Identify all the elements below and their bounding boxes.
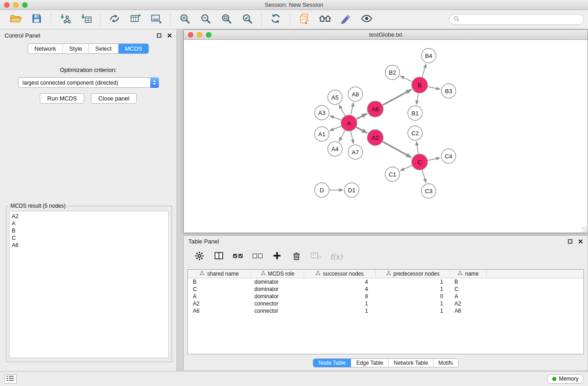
close-panel-icon[interactable]: [167, 33, 172, 38]
table-row[interactable]: Cdominator41C: [188, 286, 583, 293]
tab-edge-table[interactable]: Edge Table: [351, 359, 388, 367]
edge-A-A5[interactable]: [339, 105, 345, 116]
table-cell: 1: [304, 307, 376, 315]
table-toolbar: f(x): [184, 247, 588, 266]
edge-C-C2[interactable]: [416, 142, 418, 154]
node-label-A8: A8: [352, 91, 359, 98]
tab-mcds[interactable]: MCDS: [118, 44, 148, 53]
table-row[interactable]: A2connector11A2: [188, 300, 583, 307]
close-panel-button[interactable]: Close panel: [91, 93, 137, 104]
deselect-all-checkbox-icon: [252, 252, 263, 262]
zoom-selected-button[interactable]: [240, 13, 254, 26]
minimize-window-button[interactable]: [13, 2, 19, 8]
style-marker-icon: [340, 13, 352, 26]
zoom-in-icon: [179, 13, 191, 26]
memory-button[interactable]: Memory: [547, 374, 584, 384]
close-network-window-button[interactable]: [188, 32, 193, 38]
window-controls: [4, 2, 28, 8]
result-item[interactable]: A: [12, 220, 166, 227]
add-row-button[interactable]: [272, 251, 282, 262]
network-window-titlebar[interactable]: testGlobe.txt: [184, 30, 588, 40]
select-all-checkbox-button[interactable]: [233, 251, 244, 262]
refresh-network-button[interactable]: [269, 13, 282, 26]
mcds-result-list[interactable]: A2ABCA6: [9, 211, 169, 358]
column-tree-icon: [200, 271, 205, 277]
new-network-button[interactable]: [108, 13, 121, 26]
control-panel-tabs-row: NetworkStyleSelectMCDS: [0, 43, 177, 54]
tab-node-table[interactable]: Node Table: [313, 359, 351, 367]
edge-C-C1[interactable]: [400, 166, 412, 171]
new-table-button[interactable]: [129, 13, 142, 26]
export-image-button[interactable]: [149, 13, 163, 26]
close-table-panel-icon[interactable]: [578, 239, 583, 244]
settings-gear-button[interactable]: [194, 251, 205, 262]
column-header-shared-name[interactable]: shared name: [188, 270, 251, 278]
column-header-predecessor-nodes[interactable]: predecessor nodes: [376, 270, 450, 278]
edge-C-C3[interactable]: [422, 170, 426, 183]
run-mcds-button[interactable]: Run MCDS: [40, 93, 84, 104]
tab-style[interactable]: Style: [62, 44, 89, 53]
edge-A-A4[interactable]: [339, 130, 345, 141]
zoom-fit-button[interactable]: [220, 13, 233, 26]
table-panel-header: Table Panel: [184, 236, 588, 247]
column-header-MCDS-role[interactable]: MCDS role: [251, 270, 304, 278]
style-marker-button[interactable]: [339, 13, 353, 26]
deselect-all-checkbox-button[interactable]: [252, 251, 263, 262]
show-hide-eye-button[interactable]: [360, 13, 373, 26]
delete-table-button[interactable]: [311, 251, 321, 262]
tab-network-table[interactable]: Network Table: [388, 359, 433, 367]
edge-A-A8[interactable]: [351, 103, 354, 115]
table-row[interactable]: Adominator80A: [188, 293, 583, 300]
window-resize-handle[interactable]: [582, 227, 587, 232]
minimize-network-window-button[interactable]: [197, 32, 202, 38]
import-network-file-button[interactable]: [58, 13, 72, 26]
fullscreen-window-button[interactable]: [22, 2, 28, 8]
show-panels-button[interactable]: [4, 374, 17, 384]
close-window-button[interactable]: [4, 2, 10, 8]
search-input[interactable]: [462, 16, 579, 23]
delete-row-button[interactable]: [291, 251, 302, 262]
column-chooser-button[interactable]: [213, 251, 224, 262]
result-item[interactable]: A6: [12, 242, 166, 249]
search-box[interactable]: [449, 14, 584, 25]
new-network-icon: [109, 13, 120, 26]
optimization-dropdown[interactable]: largest connected component (directed): [18, 77, 159, 88]
float-panel-icon[interactable]: [157, 33, 162, 38]
edge-B-B3[interactable]: [428, 87, 440, 90]
tab-network[interactable]: Network: [28, 44, 62, 53]
zoom-in-button[interactable]: [178, 13, 191, 26]
edge-A-A2[interactable]: [356, 127, 367, 133]
edge-B-B2[interactable]: [400, 76, 412, 81]
save-session-button[interactable]: [30, 13, 43, 26]
result-item[interactable]: A2: [12, 213, 166, 220]
open-session-button[interactable]: [9, 13, 23, 26]
edge-B-B4[interactable]: [422, 64, 426, 77]
column-header-successor-nodes[interactable]: successor nodes: [304, 270, 376, 278]
edge-A6-B[interactable]: [382, 90, 411, 105]
import-table-file-button[interactable]: [79, 13, 93, 26]
copy-page-button[interactable]: [297, 13, 311, 26]
edge-A-A7[interactable]: [351, 131, 354, 143]
edge-A-A1[interactable]: [330, 126, 341, 131]
result-item[interactable]: B: [12, 227, 166, 234]
float-table-panel-icon[interactable]: [568, 239, 573, 244]
column-header-name[interactable]: name: [450, 270, 487, 278]
mcds-buttons-row: Run MCDS Close panel: [0, 93, 177, 104]
table-row[interactable]: Bdominator41B: [188, 278, 583, 286]
control-panel-header: Control Panel: [0, 29, 177, 41]
edge-A-A6[interactable]: [356, 114, 367, 119]
edge-A-A3[interactable]: [330, 116, 341, 120]
tab-select[interactable]: Select: [89, 44, 118, 53]
function-builder-button[interactable]: f(x): [330, 253, 342, 261]
network-canvas[interactable]: AA6A2BCA5A8A3A1A4A7B2B4B3B1C2C1C3C4DD1: [184, 40, 588, 233]
zoom-out-button[interactable]: [199, 13, 212, 26]
table-row[interactable]: A6connector11A6: [188, 307, 583, 315]
result-item[interactable]: C: [12, 234, 166, 242]
zoom-network-window-button[interactable]: [206, 32, 211, 38]
edge-C-C4[interactable]: [428, 158, 440, 161]
home-view-button[interactable]: [318, 13, 332, 26]
edge-B-B1[interactable]: [416, 93, 418, 105]
edge-A2-C[interactable]: [382, 142, 411, 157]
node-label-B4: B4: [425, 52, 432, 59]
tab-motifs[interactable]: Motifs: [433, 359, 458, 367]
